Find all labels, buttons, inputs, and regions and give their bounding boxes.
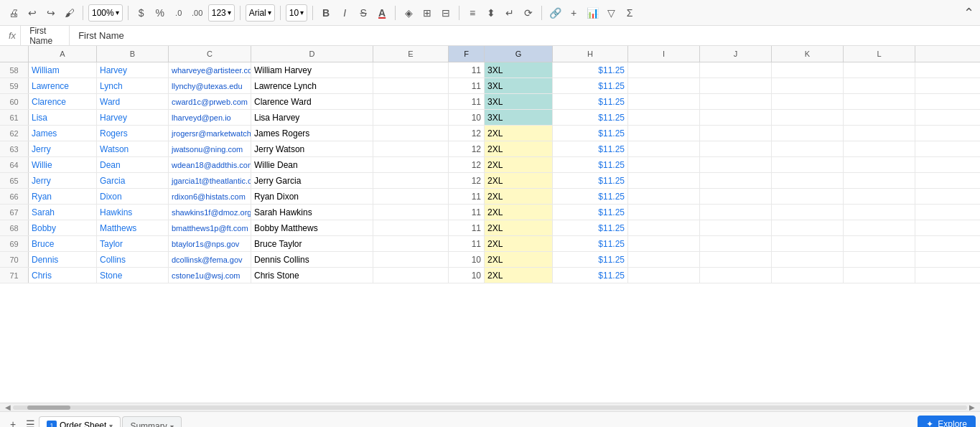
cell-full-name[interactable]: Willie Dean bbox=[251, 157, 373, 172]
chart-icon[interactable]: 📊 bbox=[584, 5, 600, 21]
cell-price[interactable]: $11.25 bbox=[553, 62, 628, 78]
cell-size[interactable]: 2XL bbox=[485, 220, 553, 235]
fill-color-icon[interactable]: ◈ bbox=[401, 5, 416, 21]
cell-full-name[interactable]: Jerry Garcia bbox=[251, 173, 373, 188]
cell-full-name[interactable]: William Harvey bbox=[251, 62, 373, 78]
cell-last-name[interactable]: Watson bbox=[97, 141, 169, 156]
cell-quantity[interactable]: 11 bbox=[449, 94, 485, 109]
cell-full-name[interactable]: Lawrence Lynch bbox=[251, 78, 373, 93]
cell-size[interactable]: 2XL bbox=[485, 252, 553, 267]
cell-e[interactable] bbox=[373, 236, 449, 251]
col-header-d[interactable]: D bbox=[251, 46, 373, 62]
explore-button[interactable]: ✦ Explore bbox=[918, 416, 976, 428]
italic-icon[interactable]: I bbox=[337, 5, 353, 21]
sheet-list-button[interactable]: ☰ bbox=[22, 416, 39, 428]
cell-size[interactable]: 3XL bbox=[485, 62, 553, 78]
cell-reference[interactable]: First Name bbox=[27, 26, 70, 45]
col-header-j[interactable]: J bbox=[700, 46, 772, 62]
formula-content[interactable]: First Name bbox=[75, 30, 976, 41]
cell-size[interactable]: 2XL bbox=[485, 236, 553, 251]
cell-last-name[interactable]: Matthews bbox=[97, 220, 169, 235]
cell-quantity[interactable]: 12 bbox=[449, 141, 485, 156]
cell-last-name[interactable]: Ward bbox=[97, 94, 169, 109]
cell-price[interactable]: $11.25 bbox=[553, 220, 628, 235]
cell-email[interactable]: llynchy@utexas.edu bbox=[169, 78, 251, 93]
cell-first-name[interactable]: Lisa bbox=[29, 110, 97, 125]
cell-last-name[interactable]: Harvey bbox=[97, 62, 169, 78]
cell-last-name[interactable]: Dean bbox=[97, 157, 169, 172]
cell-first-name[interactable]: Lawrence bbox=[29, 78, 97, 93]
text-color-icon[interactable]: A bbox=[374, 5, 390, 21]
sheet-tab-summary[interactable]: Summary ▾ bbox=[122, 416, 181, 428]
font-dropdown[interactable]: Arial ▾ bbox=[246, 4, 275, 22]
col-header-g[interactable]: G bbox=[485, 46, 553, 62]
cell-first-name[interactable]: Bruce bbox=[29, 236, 97, 251]
cell-full-name[interactable]: Clarence Ward bbox=[251, 94, 373, 109]
scroll-thumb[interactable] bbox=[27, 405, 70, 410]
cell-e[interactable] bbox=[373, 220, 449, 235]
cell-e[interactable] bbox=[373, 157, 449, 172]
cell-e[interactable] bbox=[373, 252, 449, 267]
cell-email[interactable]: shawkins1f@dmoz.org bbox=[169, 205, 251, 220]
percent-icon[interactable]: % bbox=[152, 5, 168, 21]
cell-first-name[interactable]: Willie bbox=[29, 157, 97, 172]
more-icon[interactable]: ⌃ bbox=[963, 5, 974, 21]
size-dropdown[interactable]: 10 ▾ bbox=[286, 4, 307, 22]
cell-price[interactable]: $11.25 bbox=[553, 189, 628, 204]
cell-e[interactable] bbox=[373, 189, 449, 204]
redo-icon[interactable]: ↪ bbox=[43, 5, 59, 21]
cell-full-name[interactable]: James Rogers bbox=[251, 126, 373, 141]
cell-e[interactable] bbox=[373, 110, 449, 125]
cell-first-name[interactable]: Jerry bbox=[29, 173, 97, 188]
cell-last-name[interactable]: Garcia bbox=[97, 173, 169, 188]
cell-email[interactable]: jgarcia1t@theatlantic.com bbox=[169, 173, 251, 188]
cell-e[interactable] bbox=[373, 78, 449, 93]
cell-size[interactable]: 2XL bbox=[485, 268, 553, 283]
cell-quantity[interactable]: 11 bbox=[449, 78, 485, 93]
print-icon[interactable]: 🖨 bbox=[6, 5, 22, 21]
cell-full-name[interactable]: Jerry Watson bbox=[251, 141, 373, 156]
scroll-track[interactable] bbox=[13, 405, 967, 410]
cell-size[interactable]: 2XL bbox=[485, 157, 553, 172]
cell-last-name[interactable]: Taylor bbox=[97, 236, 169, 251]
cell-quantity[interactable]: 12 bbox=[449, 157, 485, 172]
cell-full-name[interactable]: Sarah Hawkins bbox=[251, 205, 373, 220]
cell-first-name[interactable]: Chris bbox=[29, 268, 97, 283]
cell-last-name[interactable]: Hawkins bbox=[97, 205, 169, 220]
link-icon[interactable]: 🔗 bbox=[547, 5, 563, 21]
scroll-right-icon[interactable]: ▶ bbox=[967, 403, 977, 411]
cell-price[interactable]: $11.25 bbox=[553, 268, 628, 283]
cell-first-name[interactable]: Sarah bbox=[29, 205, 97, 220]
scroll-left-icon[interactable]: ◀ bbox=[3, 403, 13, 411]
zoom-dropdown[interactable]: 100% ▾ bbox=[88, 4, 123, 22]
cell-e[interactable] bbox=[373, 173, 449, 188]
col-header-c[interactable]: C bbox=[169, 46, 251, 62]
cell-last-name[interactable]: Dixon bbox=[97, 189, 169, 204]
decimal0-icon[interactable]: .0 bbox=[171, 5, 187, 21]
cell-email[interactable]: dcollinsk@fema.gov bbox=[169, 252, 251, 267]
horizontal-scrollbar[interactable]: ◀ ▶ bbox=[0, 403, 980, 411]
cell-e[interactable] bbox=[373, 205, 449, 220]
valign-icon[interactable]: ⬍ bbox=[483, 5, 499, 21]
col-header-l[interactable]: L bbox=[844, 46, 915, 62]
cell-e[interactable] bbox=[373, 268, 449, 283]
col-header-k[interactable]: K bbox=[772, 46, 844, 62]
cell-quantity[interactable]: 10 bbox=[449, 110, 485, 125]
cell-first-name[interactable]: James bbox=[29, 126, 97, 141]
cell-size[interactable]: 2XL bbox=[485, 173, 553, 188]
cell-price[interactable]: $11.25 bbox=[553, 157, 628, 172]
cell-e[interactable] bbox=[373, 141, 449, 156]
cell-quantity[interactable]: 10 bbox=[449, 268, 485, 283]
cell-price[interactable]: $11.25 bbox=[553, 173, 628, 188]
decimal00-icon[interactable]: .00 bbox=[190, 5, 205, 21]
cell-size[interactable]: 2XL bbox=[485, 126, 553, 141]
cell-e[interactable] bbox=[373, 94, 449, 109]
cell-quantity[interactable]: 11 bbox=[449, 220, 485, 235]
cell-full-name[interactable]: Bobby Matthews bbox=[251, 220, 373, 235]
cell-quantity[interactable]: 12 bbox=[449, 126, 485, 141]
cell-full-name[interactable]: Dennis Collins bbox=[251, 252, 373, 267]
cell-price[interactable]: $11.25 bbox=[553, 94, 628, 109]
cell-quantity[interactable]: 11 bbox=[449, 62, 485, 78]
cell-quantity[interactable]: 11 bbox=[449, 236, 485, 251]
cell-email[interactable]: jwatsonu@ning.com bbox=[169, 141, 251, 156]
